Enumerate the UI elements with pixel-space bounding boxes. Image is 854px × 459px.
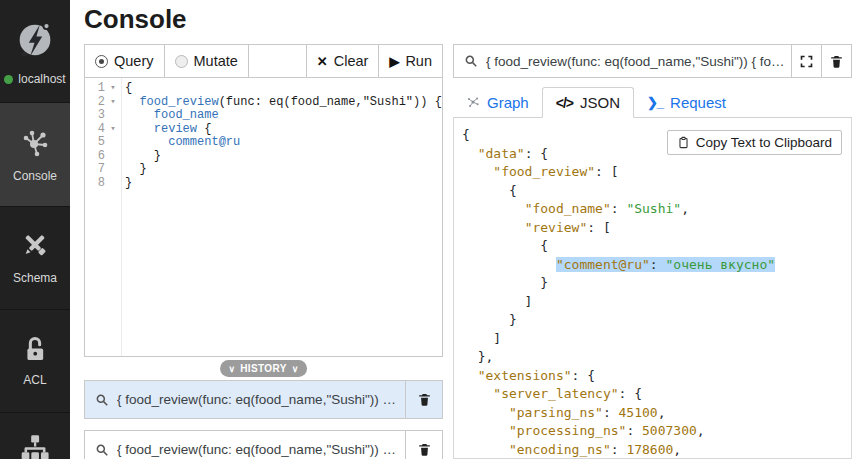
run-button[interactable]: ▶ Run	[378, 45, 442, 77]
json-line: {	[462, 182, 851, 201]
status-online-icon	[4, 75, 13, 84]
json-line: {	[462, 237, 851, 256]
json-token	[462, 220, 525, 235]
search-icon	[95, 443, 109, 457]
history-toggle-label: HISTORY	[240, 363, 287, 374]
json-token: ,	[681, 201, 689, 216]
json-line: }	[462, 311, 851, 330]
sidebar-item-console[interactable]: Console	[0, 103, 70, 207]
copy-to-clipboard-button[interactable]: Copy Text to Clipboard	[667, 130, 842, 155]
fullscreen-icon	[799, 54, 814, 69]
tab-graph[interactable]: Graph	[453, 87, 542, 117]
chevron-down-icon: ∨	[292, 364, 299, 374]
editor-line-text: {	[121, 82, 132, 96]
json-token: ,	[673, 442, 681, 457]
line-number: 6	[85, 150, 105, 164]
tab-graph-label: Graph	[487, 94, 529, 111]
result-query-bar[interactable]: { food_review(func: eq(food_name,"Sushi"…	[453, 44, 852, 78]
fold-marker-icon[interactable]: ▾	[105, 123, 121, 137]
fold-marker-icon[interactable]: ▾	[105, 82, 121, 96]
toolbar-spacer	[249, 45, 306, 77]
line-number: 8	[85, 177, 105, 191]
editor-line[interactable]: 6 }	[85, 150, 442, 164]
editor-line[interactable]: 5 comment@ru	[85, 136, 442, 150]
clear-x-icon: ✕	[317, 54, 328, 69]
json-token	[462, 442, 509, 457]
query-mode-radio[interactable]: Query	[85, 45, 165, 77]
history-toggle-button[interactable]: ∨ HISTORY ∨	[220, 360, 308, 377]
query-editor[interactable]: 1▾{2▾ food_review(func: eq(food_name,"Su…	[84, 77, 443, 357]
json-token: "server_latency"	[493, 386, 618, 401]
json-token: {	[462, 127, 470, 142]
sidebar-item-cluster[interactable]	[0, 413, 70, 459]
tab-request-label: Request	[670, 94, 726, 111]
mutate-mode-radio[interactable]: Mutate	[165, 45, 249, 77]
dgraph-logo-icon	[12, 16, 58, 66]
json-token	[462, 164, 493, 179]
json-token: }	[462, 275, 548, 290]
editor-line[interactable]: 7 }	[85, 163, 442, 177]
clear-button[interactable]: ✕ Clear	[306, 45, 379, 77]
code-token: review	[154, 122, 197, 136]
clipboard-icon	[677, 136, 690, 149]
line-number: 7	[85, 163, 105, 177]
code-token	[125, 135, 168, 149]
sidebar-item-label: Console	[13, 169, 57, 183]
sidebar-item-schema[interactable]: Schema	[0, 207, 70, 310]
sidebar: localhost C	[0, 0, 70, 459]
code-token: }	[125, 162, 147, 176]
trash-icon	[417, 442, 432, 457]
json-token: }	[462, 312, 517, 327]
json-token: 5007300	[642, 423, 697, 438]
graph-network-icon	[19, 127, 51, 163]
history-item[interactable]: { food_review(func: eq(food_name,"Sushi"…	[84, 380, 443, 419]
ratel-console-app: localhost C	[0, 0, 854, 459]
tab-json-label: JSON	[580, 94, 620, 111]
tools-icon	[20, 231, 50, 265]
json-token: "extensions"	[478, 368, 572, 383]
json-token: "processing_ns"	[509, 423, 626, 438]
json-line: }	[462, 274, 851, 293]
result-delete-button[interactable]	[821, 45, 851, 77]
fold-gutter	[105, 177, 121, 191]
highlighted-json-token: "очень вкусно"	[666, 257, 776, 272]
trash-icon	[417, 392, 432, 407]
sidebar-item-server[interactable]: localhost	[0, 0, 70, 103]
json-token	[462, 201, 525, 216]
history-delete-button[interactable]	[405, 431, 442, 459]
history-delete-button[interactable]	[405, 381, 442, 418]
json-line: "parsing_ns": 45100,	[462, 404, 851, 423]
fold-gutter	[105, 163, 121, 177]
json-token: ]	[462, 294, 532, 309]
editor-line[interactable]: 1▾{	[85, 82, 442, 96]
history-query-text: { food_review(func: eq(food_name,"Sushi"…	[117, 442, 405, 457]
editor-line[interactable]: 3 food_name	[85, 109, 442, 123]
json-token: : {	[619, 386, 642, 401]
sidebar-item-acl[interactable]: ACL	[0, 310, 70, 413]
editor-line[interactable]: 4▾ review {	[85, 123, 442, 137]
json-line: },	[462, 348, 851, 367]
result-tabbar: Graph </> JSON ❯_ Request	[453, 87, 852, 118]
tab-request[interactable]: ❯_ Request	[634, 87, 739, 117]
history-item[interactable]: { food_review(func: eq(food_name,"Sushi"…	[84, 430, 443, 459]
radio-selected-icon[interactable]	[95, 55, 108, 68]
code-token	[125, 95, 139, 109]
editor-line-text: }	[121, 177, 132, 191]
code-token: food_review	[139, 95, 218, 109]
tab-json[interactable]: </> JSON	[542, 87, 634, 118]
line-number: 1	[85, 82, 105, 96]
editor-line-text: food_name	[121, 109, 219, 123]
json-token: "encoding_ns"	[509, 442, 611, 457]
json-token	[462, 405, 509, 420]
json-line: "food_review": [	[462, 163, 851, 182]
editor-lines: 1▾{2▾ food_review(func: eq(food_name,"Su…	[85, 78, 442, 190]
fold-marker-icon[interactable]: ▾	[105, 96, 121, 110]
editor-line-text: }	[121, 163, 147, 177]
radio-unselected-icon[interactable]	[175, 55, 188, 68]
editor-line[interactable]: 2▾ food_review(func: eq(food_name,"Sushi…	[85, 96, 442, 110]
fullscreen-button[interactable]	[791, 45, 821, 77]
search-icon	[464, 54, 478, 68]
json-token: ]	[462, 331, 501, 346]
json-line: "encoding_ns": 178600,	[462, 441, 851, 459]
editor-line[interactable]: 8}	[85, 177, 442, 191]
